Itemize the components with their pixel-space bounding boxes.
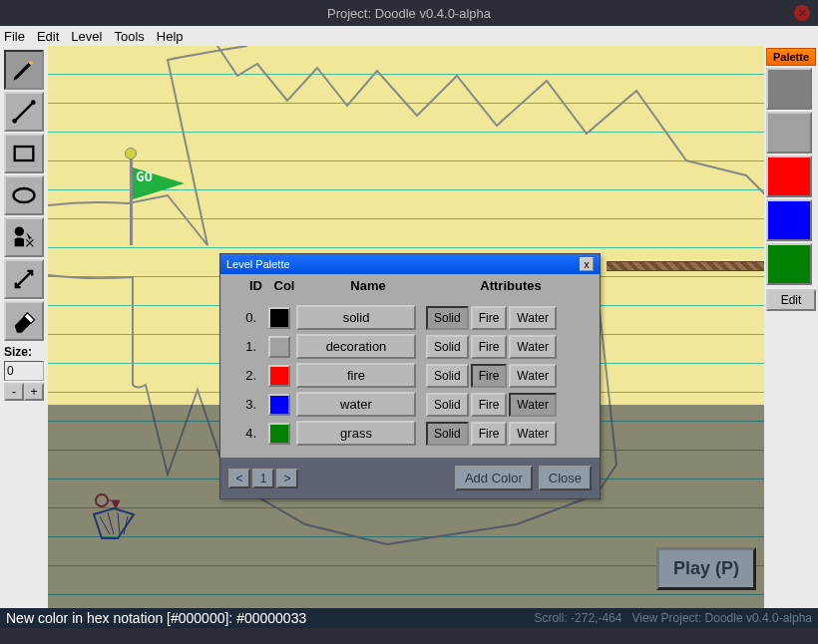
- palette-row: 4.grassSolidFireWater: [228, 421, 592, 446]
- header-col: Col: [262, 278, 306, 293]
- svg-point-6: [15, 227, 24, 236]
- close-icon[interactable]: ✕: [794, 5, 810, 21]
- pager-next-button[interactable]: >: [276, 469, 298, 488]
- row-name-button[interactable]: grass: [296, 421, 416, 446]
- palette-swatch-4[interactable]: [766, 243, 812, 285]
- svg-point-2: [12, 119, 17, 124]
- attr-water-button[interactable]: Water: [509, 335, 557, 359]
- row-color-swatch[interactable]: [268, 307, 290, 329]
- row-id: 1.: [228, 339, 262, 354]
- dialog-title: Level Palette: [226, 258, 290, 270]
- attr-water-button[interactable]: Water: [509, 393, 557, 417]
- row-id: 0.: [228, 310, 262, 325]
- palette-swatch-2[interactable]: [766, 156, 812, 197]
- status-scroll: Scroll: -272,-464: [534, 611, 621, 625]
- attr-fire-button[interactable]: Fire: [471, 306, 508, 330]
- ellipse-tool[interactable]: [4, 175, 44, 215]
- row-id: 4.: [228, 426, 262, 441]
- dialog-titlebar[interactable]: Level Palette x: [220, 254, 600, 274]
- palette-swatch-3[interactable]: [766, 199, 812, 241]
- palette-row: 0.solidSolidFireWater: [228, 305, 592, 330]
- level-palette-dialog: Level Palette x ID Col Name Attributes 0…: [219, 253, 601, 499]
- menu-help[interactable]: Help: [157, 29, 184, 44]
- row-name-button[interactable]: solid: [296, 305, 416, 330]
- dirt-platform: [607, 261, 764, 271]
- row-id: 3.: [228, 397, 262, 412]
- menu-tools[interactable]: Tools: [114, 29, 144, 44]
- status-view: View Project: Doodle v0.4.0-alpha: [631, 611, 812, 625]
- attr-solid-button[interactable]: Solid: [426, 393, 469, 417]
- attr-fire-button[interactable]: Fire: [471, 335, 508, 359]
- menubar: File Edit Level Tools Help: [0, 26, 818, 46]
- row-name-button[interactable]: fire: [296, 363, 416, 388]
- palette-sidebar: Palette Edit: [764, 46, 818, 313]
- header-id: ID: [228, 278, 262, 293]
- row-name-button[interactable]: water: [296, 392, 416, 417]
- header-name: Name: [306, 278, 430, 293]
- palette-row: 1.decorationSolidFireWater: [228, 334, 592, 359]
- attr-fire-button[interactable]: Fire: [471, 422, 508, 446]
- attr-solid-button[interactable]: Solid: [426, 422, 469, 446]
- dialog-close-button[interactable]: x: [580, 257, 594, 271]
- flag-label: GO: [136, 168, 153, 184]
- eraser-tool[interactable]: [4, 301, 44, 341]
- header-attributes: Attributes: [430, 278, 592, 293]
- size-minus-button[interactable]: -: [4, 383, 24, 401]
- actor-tool[interactable]: [4, 217, 44, 257]
- attr-water-button[interactable]: Water: [509, 422, 557, 446]
- size-label: Size:: [4, 345, 44, 359]
- status-message: New color in hex notation [#000000]: #00…: [6, 610, 306, 626]
- workspace: GO Size: 0 - + Palette Edit: [0, 46, 818, 608]
- palette-label: Palette: [766, 48, 816, 66]
- attr-solid-button[interactable]: Solid: [426, 335, 469, 359]
- dialog-header-row: ID Col Name Attributes: [220, 274, 600, 297]
- tool-toolbar: Size: 0 - +: [0, 46, 48, 405]
- size-plus-button[interactable]: +: [24, 383, 44, 401]
- menu-level[interactable]: Level: [71, 29, 102, 44]
- row-color-swatch[interactable]: [268, 365, 290, 387]
- svg-point-3: [31, 100, 36, 105]
- link-tool[interactable]: [4, 259, 44, 299]
- row-name-button[interactable]: decoration: [296, 334, 416, 359]
- svg-rect-4: [15, 147, 34, 161]
- svg-line-7: [16, 271, 32, 287]
- dialog-footer: < 1 > Add Color Close: [220, 458, 600, 498]
- attr-solid-button[interactable]: Solid: [426, 306, 469, 330]
- palette-row: 2.fireSolidFireWater: [228, 363, 592, 388]
- size-value: 0: [4, 361, 44, 381]
- palette-swatch-0[interactable]: [766, 68, 812, 110]
- line-tool[interactable]: [4, 92, 44, 132]
- palette-row: 3.waterSolidFireWater: [228, 392, 592, 417]
- menu-file[interactable]: File: [4, 29, 25, 44]
- status-right: Scroll: -272,-464 View Project: Doodle v…: [534, 611, 812, 625]
- pager: < 1 >: [228, 469, 298, 488]
- dialog-close-footer-button[interactable]: Close: [539, 466, 592, 490]
- palette-swatch-1[interactable]: [766, 112, 812, 154]
- row-color-swatch[interactable]: [268, 423, 290, 445]
- play-button[interactable]: Play (P): [656, 547, 756, 590]
- row-id: 2.: [228, 368, 262, 383]
- add-color-button[interactable]: Add Color: [455, 466, 533, 490]
- rectangle-tool[interactable]: [4, 134, 44, 173]
- svg-line-1: [15, 103, 34, 122]
- menu-edit[interactable]: Edit: [37, 29, 59, 44]
- row-color-swatch[interactable]: [268, 394, 290, 416]
- dialog-body: 0.solidSolidFireWater1.decorationSolidFi…: [220, 297, 600, 458]
- attr-fire-button[interactable]: Fire: [471, 364, 508, 388]
- row-color-swatch[interactable]: [268, 336, 290, 358]
- attr-solid-button[interactable]: Solid: [426, 364, 469, 388]
- palette-edit-button[interactable]: Edit: [766, 289, 816, 311]
- attr-fire-button[interactable]: Fire: [471, 393, 508, 417]
- titlebar: Project: Doodle v0.4.0-alpha ✕: [0, 0, 818, 26]
- window-title: Project: Doodle v0.4.0-alpha: [327, 6, 491, 21]
- attr-water-button[interactable]: Water: [509, 364, 557, 388]
- svg-point-5: [14, 188, 35, 202]
- pencil-tool[interactable]: [4, 50, 44, 90]
- attr-water-button[interactable]: Water: [509, 306, 557, 330]
- pager-page[interactable]: 1: [252, 469, 274, 488]
- pager-prev-button[interactable]: <: [228, 469, 250, 488]
- statusbar: New color in hex notation [#000000]: #00…: [0, 608, 818, 628]
